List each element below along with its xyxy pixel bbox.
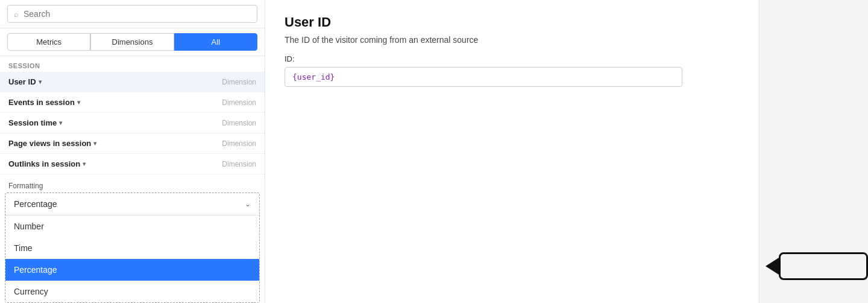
chevron-down-icon: ▾: [39, 78, 42, 85]
dropdown-selected-label: Percentage: [14, 199, 57, 209]
dropdown-option-number[interactable]: Number: [5, 215, 259, 237]
tab-metrics[interactable]: Metrics: [7, 33, 90, 51]
dimension-row-events[interactable]: Events in session ▾ Dimension: [0, 92, 265, 113]
left-panel: ⌕ Metrics Dimensions All SESSION User ID…: [0, 0, 265, 303]
arrow-annotation: [760, 229, 868, 303]
dropdown-selected[interactable]: Percentage ⌄: [5, 193, 259, 215]
dimension-type-userid: Dimension: [222, 78, 256, 86]
detail-id-label: ID:: [285, 54, 740, 63]
formatting-label: Formatting: [0, 177, 265, 193]
dimension-type-sessiontime: Dimension: [222, 119, 256, 127]
chevron-down-icon-sessiontime: ▾: [59, 120, 62, 126]
filter-tabs: Metrics Dimensions All: [0, 28, 265, 56]
right-panel: User ID The ID of the visitor coming fro…: [265, 0, 760, 303]
dimension-row-outlinks[interactable]: Outlinks in session ▾ Dimension: [0, 154, 265, 174]
dimension-type-outlinks: Dimension: [222, 160, 256, 168]
section-label: SESSION: [0, 56, 265, 72]
dimension-row-sessiontime[interactable]: Session time ▾ Dimension: [0, 113, 265, 133]
dimension-name-sessiontime: Session time ▾: [8, 118, 62, 127]
chevron-down-icon-dropdown: ⌄: [245, 200, 251, 208]
tab-dimensions[interactable]: Dimensions: [90, 33, 174, 51]
dropdown-option-percentage[interactable]: Percentage: [5, 259, 259, 281]
tab-all[interactable]: All: [174, 33, 257, 51]
dimension-type-pageviews: Dimension: [222, 139, 256, 148]
arrow-box: [779, 252, 868, 280]
chevron-down-icon-events: ▾: [77, 99, 80, 106]
dimension-row-pageviews[interactable]: Page views in session ▾ Dimension: [0, 133, 265, 154]
chevron-down-icon-pageviews: ▾: [93, 140, 96, 147]
dropdown-option-time[interactable]: Time: [5, 237, 259, 259]
detail-id-value: {user_id}: [285, 67, 682, 87]
dimension-name-userid: User ID ▾: [8, 77, 42, 86]
dropdown-options: Number Time Percentage Currency: [5, 215, 259, 302]
chevron-down-icon-outlinks: ▾: [83, 161, 86, 167]
search-icon: ⌕: [14, 10, 19, 19]
search-box[interactable]: ⌕: [7, 5, 257, 23]
dropdown-option-currency[interactable]: Currency: [5, 281, 259, 302]
dropdown-container: Percentage ⌄ Number Time Percentage Curr…: [5, 193, 260, 303]
detail-description: The ID of the visitor coming from an ext…: [285, 35, 740, 45]
arrow-left-icon: [766, 258, 779, 275]
formatting-section: Formatting Percentage ⌄ Number Time Perc…: [0, 177, 265, 303]
detail-title: User ID: [285, 14, 740, 30]
dimension-name-events: Events in session ▾: [8, 98, 80, 107]
dimension-name-outlinks: Outlinks in session ▾: [8, 159, 86, 168]
dimension-type-events: Dimension: [222, 98, 256, 107]
search-input[interactable]: [24, 9, 251, 19]
search-container: ⌕: [0, 0, 265, 28]
dimension-row-userid[interactable]: User ID ▾ Dimension: [0, 72, 265, 92]
dimension-name-pageviews: Page views in session ▾: [8, 139, 96, 148]
